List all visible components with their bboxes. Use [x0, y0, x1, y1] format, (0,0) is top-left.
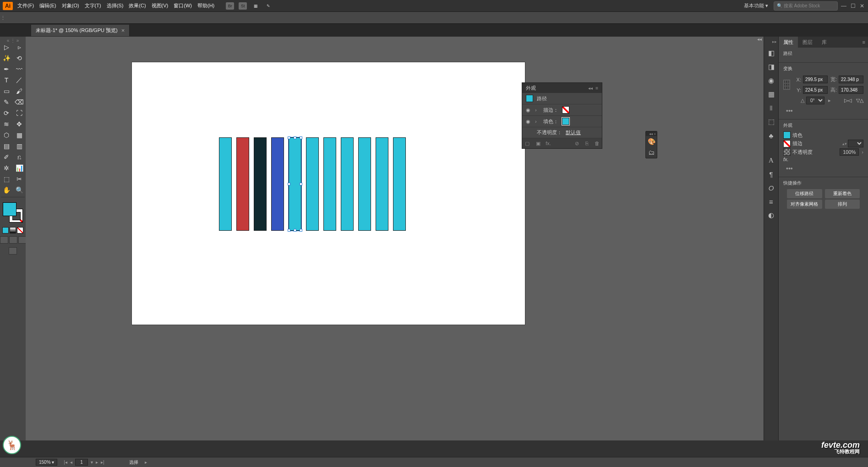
- new-art-maintain-icon[interactable]: ▢: [524, 140, 530, 147]
- selection-handle[interactable]: [300, 229, 302, 232]
- stock-search-input[interactable]: 🔍 搜索 Adobe Stock: [774, 1, 838, 11]
- slice-tool[interactable]: ✂: [13, 174, 26, 185]
- canvas[interactable]: 外观 ◂◂≡ 路径 ◉ › 描边： ◉ › 填色： 不透明度： 默认值: [26, 37, 764, 440]
- bridge-icon[interactable]: Br: [226, 2, 234, 10]
- shaper-tool[interactable]: ✎: [0, 97, 13, 108]
- collapsed-panel-group[interactable]: ◂◂ × 🎨 🗂: [645, 131, 657, 158]
- appearance-panel-header[interactable]: 外观 ◂◂≡: [522, 83, 602, 93]
- strip-collapse-icon[interactable]: ▸▸: [772, 39, 778, 44]
- menu-select[interactable]: 选择(S): [107, 2, 124, 9]
- eyedropper-tool[interactable]: ✐: [0, 152, 13, 163]
- libraries-panel-icon[interactable]: 🗂: [646, 147, 657, 158]
- zoom-level-input[interactable]: 150% ▾: [36, 459, 57, 466]
- transform-more-icon[interactable]: •••: [783, 105, 863, 116]
- clear-appearance-icon[interactable]: ⊘: [573, 140, 580, 147]
- layers-strip-icon[interactable]: ◨: [767, 62, 776, 71]
- curvature-tool[interactable]: 〰: [13, 64, 26, 75]
- rotate-tool[interactable]: ⟳: [0, 108, 13, 119]
- mesh-tool[interactable]: ▤: [0, 141, 13, 152]
- selection-handle[interactable]: [288, 229, 290, 232]
- transform-strip-icon[interactable]: ⬚: [767, 117, 776, 126]
- screen-mode-icon[interactable]: [9, 247, 17, 255]
- shape-rect[interactable]: [271, 137, 284, 231]
- reference-point-picker[interactable]: [783, 80, 790, 90]
- tab-properties[interactable]: 属性: [779, 37, 798, 48]
- shape-rect-selected[interactable]: [289, 137, 301, 231]
- shape-rect[interactable]: [376, 137, 388, 231]
- stroke-weight-input[interactable]: [848, 140, 863, 147]
- recolor-button[interactable]: 重新着色: [825, 189, 860, 198]
- stroke-color-swatch[interactable]: [783, 140, 791, 147]
- selection-handle[interactable]: [294, 229, 296, 232]
- close-window-icon[interactable]: ✕: [859, 3, 865, 9]
- line-tool[interactable]: ／: [13, 75, 26, 86]
- gradient-swatch-icon[interactable]: [10, 227, 16, 234]
- width-tool[interactable]: ≋: [0, 119, 13, 130]
- magic-wand-tool[interactable]: ✨: [0, 53, 13, 64]
- artboard-tool[interactable]: ⬚: [0, 174, 13, 185]
- stroke-stepper-icon[interactable]: ▴▾: [842, 141, 847, 146]
- x-input[interactable]: [803, 76, 828, 83]
- panel-collapse-icon[interactable]: ◂◂: [588, 86, 593, 91]
- menu-edit[interactable]: 编辑(E): [39, 2, 56, 9]
- opacity-swatch-icon[interactable]: [783, 148, 791, 156]
- appearance-more-icon[interactable]: •••: [783, 163, 863, 174]
- menu-help[interactable]: 帮助(H): [197, 2, 214, 9]
- status-dropdown-icon[interactable]: ▸: [145, 460, 147, 465]
- selection-handle[interactable]: [294, 136, 296, 139]
- fx-label[interactable]: fx.: [783, 157, 789, 162]
- selection-handle[interactable]: [300, 183, 302, 185]
- chevron-right-icon[interactable]: ›: [535, 107, 540, 113]
- none-swatch-icon[interactable]: [17, 227, 23, 234]
- appearance-strip-icon[interactable]: ◉: [767, 76, 776, 85]
- menu-type[interactable]: 文字(T): [85, 2, 101, 9]
- blend-tool[interactable]: ⎌: [13, 152, 26, 163]
- gpu-icon[interactable]: ✎: [264, 2, 273, 10]
- tab-layers[interactable]: 图层: [798, 37, 817, 48]
- workspace-switcher[interactable]: 基本功能 ▾: [741, 1, 771, 10]
- tools-grip-icon[interactable]: « ⋮ »: [7, 38, 19, 42]
- chevron-right-icon[interactable]: ›: [535, 119, 540, 124]
- menu-window[interactable]: 窗口(W): [174, 2, 192, 9]
- shape-rect[interactable]: [306, 137, 319, 231]
- hand-tool[interactable]: ✋: [0, 185, 13, 195]
- stroke-swatch-none-icon[interactable]: [562, 106, 569, 114]
- shape-builder-tool[interactable]: ⬡: [0, 130, 13, 141]
- lasso-tool[interactable]: ⟲: [13, 53, 26, 64]
- opentype-strip-icon[interactable]: O: [767, 183, 776, 192]
- graphic-styles-strip-icon[interactable]: ▦: [767, 90, 776, 99]
- symbol-sprayer-tool[interactable]: ✲: [0, 163, 13, 174]
- shape-rect[interactable]: [254, 137, 267, 231]
- panel-menu-icon[interactable]: ≡: [595, 86, 598, 91]
- shape-rect[interactable]: [236, 137, 249, 231]
- appearance-opacity-value[interactable]: 默认值: [566, 129, 581, 136]
- visibility-icon[interactable]: ◉: [526, 119, 531, 125]
- mini-panel-header[interactable]: ◂◂ ×: [646, 131, 657, 136]
- prev-artboard-icon[interactable]: ◂: [70, 460, 72, 465]
- control-bar-grip-icon[interactable]: ⋮: [0, 12, 5, 24]
- selection-handle[interactable]: [288, 136, 290, 139]
- free-transform-tool[interactable]: ✥: [13, 119, 26, 130]
- offset-path-button[interactable]: 位移路径: [787, 189, 822, 198]
- maximize-icon[interactable]: ☐: [850, 3, 856, 9]
- arrange-button[interactable]: 排列: [825, 200, 860, 209]
- selection-handle[interactable]: [288, 183, 290, 185]
- flip-vertical-icon[interactable]: ▽△: [856, 98, 863, 103]
- appearance-row-stroke[interactable]: ◉ › 描边：: [522, 104, 602, 116]
- color-panel-icon[interactable]: 🎨: [646, 136, 657, 147]
- stroke-strip-icon[interactable]: ≡: [767, 197, 776, 206]
- type-tool[interactable]: T: [0, 75, 13, 86]
- panel-toggle-icon[interactable]: ◂◂: [757, 37, 762, 42]
- selection-handle[interactable]: [300, 136, 302, 139]
- symbols-strip-icon[interactable]: ♣: [767, 131, 776, 140]
- character-strip-icon[interactable]: A: [767, 156, 776, 165]
- gradient-tool[interactable]: ▥: [13, 141, 26, 152]
- arrange-docs-icon[interactable]: ▦: [251, 2, 260, 10]
- first-artboard-icon[interactable]: |◂: [64, 460, 67, 465]
- pen-tool[interactable]: ✒: [0, 64, 13, 75]
- scale-tool[interactable]: ⛶: [13, 108, 26, 119]
- shape-rect[interactable]: [341, 137, 354, 231]
- document-tab[interactable]: 未标题-1* @ 150% (RGB/GPU 预览) ×: [31, 25, 130, 36]
- visibility-icon[interactable]: ◉: [526, 107, 531, 113]
- delete-item-icon[interactable]: 🗑: [594, 140, 600, 147]
